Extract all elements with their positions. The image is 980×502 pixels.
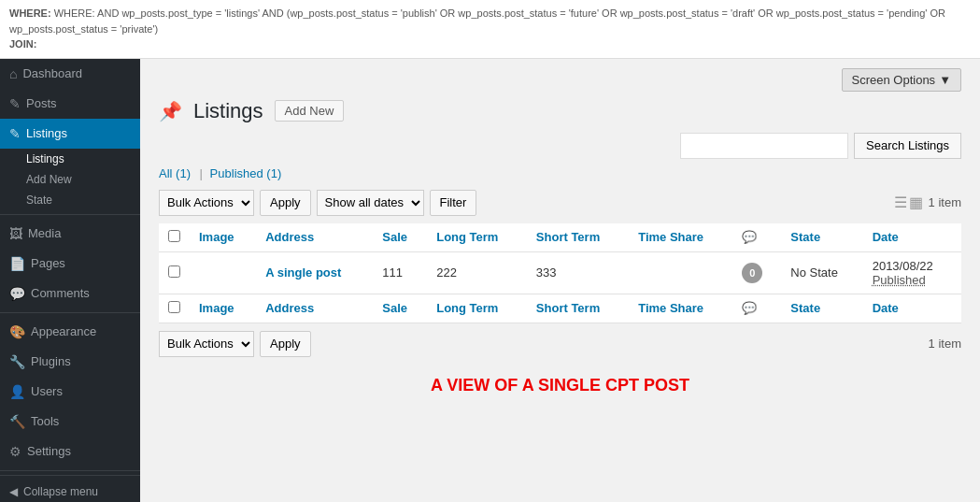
tab-published[interactable]: Published (1) <box>210 166 282 180</box>
bottom-toolbar-left: Bulk Actions Apply <box>159 331 311 357</box>
sidebar-item-pages[interactable]: 📄 Pages <box>0 249 140 279</box>
thumbtack-icon: 📌 <box>159 100 182 122</box>
item-count-top: 1 item <box>929 195 961 209</box>
add-new-button[interactable]: Add New <box>275 100 345 122</box>
sidebar: ⌂ Dashboard ✎ Posts ✎ Listings Listings … <box>0 59 140 503</box>
sidebar-item-settings[interactable]: ⚙ Settings <box>0 437 140 466</box>
foot-col-short-term[interactable]: Short Term <box>527 294 629 323</box>
sidebar-item-label: Posts <box>26 96 57 110</box>
post-link[interactable]: A single post <box>265 265 341 280</box>
table-row: A single post 111 222 333 0 No State 201… <box>159 251 961 294</box>
col-long-term[interactable]: Long Term <box>427 223 527 252</box>
select-all-checkbox[interactable] <box>168 230 180 242</box>
view-icons: ☰ ▦ <box>894 194 923 211</box>
row-short-term: 333 <box>527 251 629 294</box>
row-sale: 111 <box>373 251 427 294</box>
join-label: JOIN: <box>9 38 36 50</box>
tab-separator: | <box>200 166 203 180</box>
col-image[interactable]: Image <box>190 223 256 252</box>
row-comments[interactable]: 0 <box>732 251 781 294</box>
row-long-term: 222 <box>427 251 527 294</box>
pages-icon: 📄 <box>9 256 25 271</box>
apply-top-button[interactable]: Apply <box>260 190 311 216</box>
bottom-toolbar: Bulk Actions Apply 1 item <box>159 331 961 357</box>
screen-options-button[interactable]: Screen Options ▼ <box>842 68 961 92</box>
select-all-header[interactable] <box>159 223 190 252</box>
foot-col-comments: 💬 <box>732 294 781 323</box>
select-all-footer-checkbox[interactable] <box>168 301 180 313</box>
row-image <box>190 251 256 294</box>
posts-icon: ✎ <box>9 96 21 111</box>
sidebar-item-dashboard[interactable]: ⌂ Dashboard <box>0 59 140 89</box>
collapse-menu[interactable]: ◀ Collapse menu <box>0 475 140 503</box>
apply-bottom-button[interactable]: Apply <box>260 331 311 357</box>
sidebar-item-appearance[interactable]: 🎨 Appearance <box>0 317 140 347</box>
foot-col-image[interactable]: Image <box>190 294 256 323</box>
row-time-share <box>629 251 732 294</box>
search-area: Search Listings <box>159 133 961 159</box>
foot-col-state[interactable]: State <box>781 294 862 323</box>
page-heading: 📌 Listings Add New <box>159 99 961 123</box>
sidebar-item-media[interactable]: 🖼 Media <box>0 219 140 249</box>
sidebar-item-posts[interactable]: ✎ Posts <box>0 89 140 119</box>
comment-bubble-header: 💬 <box>742 230 757 244</box>
media-icon: 🖼 <box>9 226 22 241</box>
col-date[interactable]: Date <box>863 223 961 252</box>
sidebar-item-label: Pages <box>31 256 65 270</box>
sidebar-item-tools[interactable]: 🔨 Tools <box>0 407 140 437</box>
page-title: Listings <box>193 99 263 123</box>
sidebar-item-label: Dashboard <box>22 66 82 80</box>
sidebar-sub-state[interactable]: State <box>0 190 140 210</box>
bulk-actions-bottom-select[interactable]: Bulk Actions <box>159 331 254 357</box>
sidebar-item-comments[interactable]: 💬 Comments <box>0 279 140 308</box>
sidebar-item-label: Plugins <box>31 354 71 368</box>
sidebar-item-users[interactable]: 👤 Users <box>0 377 140 407</box>
sidebar-item-listings[interactable]: ✎ Listings <box>0 119 140 149</box>
col-sale[interactable]: Sale <box>373 223 427 252</box>
top-bar: WHERE: WHERE: AND wp_posts.post_type = '… <box>0 0 980 59</box>
sidebar-item-label: Listings <box>26 126 67 140</box>
listings-icon: ✎ <box>9 126 21 141</box>
sidebar-item-label: Appearance <box>31 324 96 338</box>
col-state[interactable]: State <box>781 223 862 252</box>
col-short-term[interactable]: Short Term <box>527 223 629 252</box>
foot-col-sale[interactable]: Sale <box>373 294 427 323</box>
foot-col-long-term[interactable]: Long Term <box>427 294 527 323</box>
show-all-dates-select[interactable]: Show all dates <box>317 190 424 216</box>
where-line1: WHERE: AND wp_posts.post_type = 'listing… <box>54 7 945 19</box>
sidebar-sub-listings[interactable]: Listings <box>0 149 140 169</box>
search-input[interactable] <box>680 133 848 159</box>
dashboard-icon: ⌂ <box>9 66 17 81</box>
settings-icon: ⚙ <box>9 444 21 459</box>
select-all-footer[interactable] <box>159 294 190 323</box>
comment-icon-footer: 💬 <box>742 301 757 315</box>
table-footer-row: Image Address Sale Long Term Short Term … <box>159 294 961 323</box>
comment-count-badge[interactable]: 0 <box>742 263 762 283</box>
grid-view-icon[interactable]: ▦ <box>909 194 923 211</box>
col-time-share[interactable]: Time Share <box>629 223 732 252</box>
row-address: A single post <box>256 251 373 294</box>
foot-col-time-share[interactable]: Time Share <box>629 294 732 323</box>
top-toolbar: Bulk Actions Apply Show all dates Filter… <box>159 190 961 216</box>
foot-col-date[interactable]: Date <box>863 294 961 323</box>
comments-icon: 💬 <box>9 286 25 301</box>
table-header-row: Image Address Sale Long Term Short Term … <box>159 223 961 252</box>
row-checkbox[interactable] <box>168 265 180 278</box>
chevron-down-icon: ▼ <box>939 73 951 87</box>
bottom-item-count: 1 item <box>929 337 961 351</box>
sidebar-item-label: Comments <box>31 286 90 300</box>
filter-button[interactable]: Filter <box>430 190 477 216</box>
list-view-icon[interactable]: ☰ <box>894 194 907 211</box>
toolbar-right: ☰ ▦ 1 item <box>894 194 961 211</box>
row-checkbox-cell[interactable] <box>159 251 190 294</box>
main-content: Screen Options ▼ 📌 Listings Add New Sear… <box>140 59 980 503</box>
sidebar-sub-add-new[interactable]: Add New <box>0 169 140 190</box>
foot-col-address[interactable]: Address <box>256 294 373 323</box>
col-address[interactable]: Address <box>256 223 373 252</box>
col-comments: 💬 <box>732 223 781 252</box>
bulk-actions-top-select[interactable]: Bulk Actions <box>159 190 254 216</box>
search-listings-button[interactable]: Search Listings <box>854 133 961 159</box>
sidebar-item-label: Settings <box>27 444 71 458</box>
sidebar-item-plugins[interactable]: 🔧 Plugins <box>0 347 140 377</box>
tab-all[interactable]: All (1) <box>159 166 194 180</box>
